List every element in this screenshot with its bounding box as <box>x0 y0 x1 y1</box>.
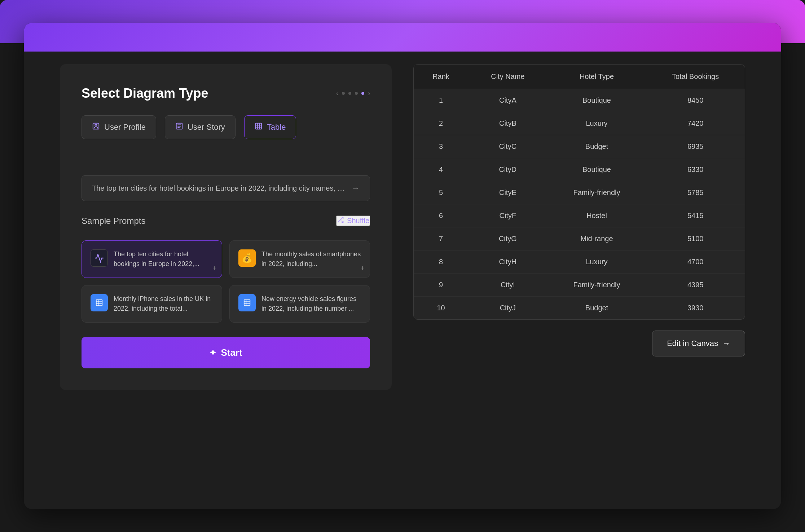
table-cell-9-0: 10 <box>414 297 468 320</box>
table-cell-0-1: CityA <box>468 89 547 112</box>
table-cell-3-3: 6330 <box>646 158 745 181</box>
svg-rect-13 <box>96 300 102 306</box>
coin-icon: 💰 <box>238 249 256 267</box>
table-cell-4-2: Family-friendly <box>547 181 646 204</box>
right-panel: Rank City Name Hotel Type Total Bookings… <box>413 64 745 356</box>
diagram-btn-table[interactable]: Table <box>244 115 296 139</box>
diagram-btn-user-profile[interactable]: User Profile <box>82 115 156 139</box>
prompt-card-ev-text: New energy vehicle sales figures in 2022… <box>261 294 361 314</box>
table-cell-6-1: CityG <box>468 227 547 251</box>
table-cell-7-3: 4700 <box>646 251 745 274</box>
table-cell-9-2: Budget <box>547 297 646 320</box>
table-cell-9-3: 3930 <box>646 297 745 320</box>
prompt-card-hotels-text: The top ten cities for hotel bookings in… <box>114 249 213 269</box>
table-diagram-icon <box>255 122 263 132</box>
diagram-btn-user-story-label: User Story <box>188 123 225 132</box>
user-profile-icon <box>92 122 100 132</box>
data-table: Rank City Name Hotel Type Total Bookings… <box>413 64 745 320</box>
shuffle-button[interactable]: Shuffle <box>336 216 370 226</box>
table-cell-1-0: 2 <box>414 112 468 135</box>
prompt-card-hotels-plus: + <box>212 264 217 272</box>
col-header-bookings: Total Bookings <box>646 65 745 89</box>
table-row: 5CityEFamily-friendly5785 <box>414 181 745 204</box>
prompt-card-smartphones-plus: + <box>360 264 365 272</box>
prompt-card-smartphones-text: The monthly sales of smartphones in 2022… <box>261 249 361 269</box>
panel-header: Select Diagram Type ‹ › <box>82 86 370 101</box>
start-label: Start <box>221 347 242 358</box>
table-row: 9CityIFamily-friendly4395 <box>414 274 745 297</box>
table-cell-2-1: CityC <box>468 135 547 158</box>
start-button[interactable]: ✦ Start <box>82 337 370 368</box>
table-cell-8-3: 4395 <box>646 274 745 297</box>
prompt-card-smartphones[interactable]: 💰 The monthly sales of smartphones in 20… <box>229 240 370 278</box>
table-cell-1-2: Luxury <box>547 112 646 135</box>
sample-prompts-header: Sample Prompts Shuffle <box>82 216 370 226</box>
table-cell-3-0: 4 <box>414 158 468 181</box>
iphone-table-icon <box>91 294 108 311</box>
prompts-grid: The top ten cities for hotel bookings in… <box>82 240 370 323</box>
table-cell-8-2: Family-friendly <box>547 274 646 297</box>
edit-in-canvas-button[interactable]: Edit in Canvas → <box>652 331 745 356</box>
shuffle-icon <box>337 216 344 225</box>
col-header-city: City Name <box>468 65 547 89</box>
svg-rect-17 <box>244 300 250 306</box>
prompt-card-ev[interactable]: New energy vehicle sales figures in 2022… <box>229 285 370 323</box>
prompt-card-iphone[interactable]: Monthly iPhone sales in the UK in 2022, … <box>82 285 222 323</box>
prompt-input-area[interactable]: The top ten cities for hotel bookings in… <box>82 175 370 201</box>
table-cell-4-1: CityE <box>468 181 547 204</box>
table-cell-3-2: Boutique <box>547 158 646 181</box>
pagination: ‹ › <box>336 90 370 97</box>
edit-canvas-label: Edit in Canvas <box>667 339 718 348</box>
table-cell-5-2: Hostel <box>547 204 646 227</box>
table-row: 6CityFHostel5415 <box>414 204 745 227</box>
table-row: 2CityBLuxury7420 <box>414 112 745 135</box>
table-cell-2-3: 6935 <box>646 135 745 158</box>
diagram-type-selector: User Profile User Story <box>82 115 370 139</box>
edit-canvas-arrow: → <box>722 339 730 348</box>
table-row: 10CityJBudget3930 <box>414 297 745 320</box>
table-row: 1CityABoutique8450 <box>414 89 745 112</box>
pagination-next[interactable]: › <box>368 90 370 97</box>
left-panel: Select Diagram Type ‹ › <box>60 64 392 390</box>
user-story-icon <box>175 122 183 132</box>
col-header-rank: Rank <box>414 65 468 89</box>
page-title: Select Diagram Type <box>82 86 208 101</box>
table-cell-6-0: 7 <box>414 227 468 251</box>
diagram-btn-user-story[interactable]: User Story <box>165 115 236 139</box>
table-cell-2-0: 3 <box>414 135 468 158</box>
dot-2 <box>348 92 351 95</box>
table-cell-9-1: CityJ <box>468 297 547 320</box>
prompt-card-hotels[interactable]: The top ten cities for hotel bookings in… <box>82 240 222 278</box>
table-cell-8-1: CityI <box>468 274 547 297</box>
prompt-card-iphone-text: Monthly iPhone sales in the UK in 2022, … <box>114 294 213 314</box>
sparkle-icon: ✦ <box>209 348 216 358</box>
table-cell-6-3: 5100 <box>646 227 745 251</box>
table-cell-4-3: 5785 <box>646 181 745 204</box>
table-row: 3CityCBudget6935 <box>414 135 745 158</box>
chart-icon <box>91 249 108 267</box>
table-cell-0-0: 1 <box>414 89 468 112</box>
ev-table-icon <box>238 294 256 311</box>
spacer <box>82 154 370 161</box>
dot-3 <box>355 92 358 95</box>
dot-4-active <box>361 92 364 95</box>
svg-rect-6 <box>256 123 262 129</box>
prompt-text: The top ten cities for hotel bookings in… <box>92 184 346 192</box>
outer-container: Select Diagram Type ‹ › <box>24 23 781 509</box>
prompt-arrow-icon: → <box>352 183 360 193</box>
table-row: 8CityHLuxury4700 <box>414 251 745 274</box>
svg-point-1 <box>95 124 97 127</box>
diagram-btn-user-profile-label: User Profile <box>104 123 146 132</box>
pagination-prev[interactable]: ‹ <box>336 90 338 97</box>
table-cell-7-2: Luxury <box>547 251 646 274</box>
table-cell-5-3: 5415 <box>646 204 745 227</box>
table-cell-8-0: 9 <box>414 274 468 297</box>
table-cell-2-2: Budget <box>547 135 646 158</box>
table-cell-1-1: CityB <box>468 112 547 135</box>
table-cell-7-1: CityH <box>468 251 547 274</box>
table-cell-1-3: 7420 <box>646 112 745 135</box>
table-cell-4-0: 5 <box>414 181 468 204</box>
diagram-btn-table-label: Table <box>267 123 286 132</box>
dot-1 <box>342 92 345 95</box>
table-cell-0-2: Boutique <box>547 89 646 112</box>
